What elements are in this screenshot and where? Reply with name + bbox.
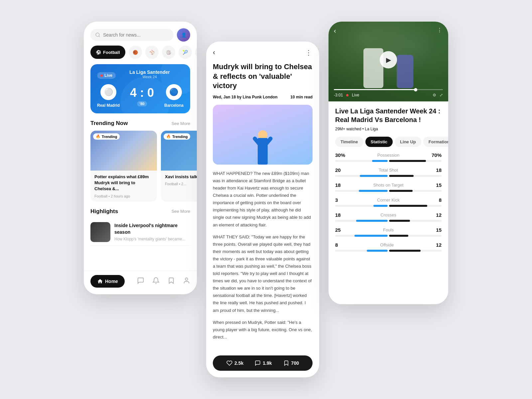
video-more-button[interactable]: ⋮ (437, 27, 443, 33)
tab-statistic[interactable]: Statistic (365, 137, 393, 147)
stat-left-6: 8 (335, 242, 338, 248)
article-paragraph-2: WHAT THEY SAID: "Today we are happy for … (213, 233, 313, 314)
heart-icon (226, 360, 232, 366)
category-volleyball[interactable]: 🏐 (162, 46, 175, 59)
category-basketball[interactable]: 🏀 (129, 46, 142, 59)
screen1-header: 👤 (84, 22, 197, 46)
video-back-button[interactable]: ‹ (334, 27, 336, 35)
nav-chat-icon[interactable] (137, 277, 144, 286)
stat-labels-4: 18 Crosses 12 (335, 212, 442, 218)
player-figure (213, 105, 313, 165)
stat-name-6: Offside (380, 242, 394, 247)
settings-icon[interactable]: ⚙ (433, 93, 436, 97)
video-control-icons: ⚙ ⤢ (433, 93, 443, 97)
phone-screen-1: 👤 ⚽ Football 🏀 ⚾ 🏐 🎾 ● (84, 22, 197, 294)
away-team-name: Barcelona (164, 103, 184, 108)
nav-bell-icon[interactable] (152, 277, 160, 286)
article-header: ‹ ⋮ (206, 42, 319, 57)
back-button[interactable]: ‹ (213, 48, 215, 57)
tab-lineup-label: Line Up (400, 139, 416, 144)
category-football[interactable]: ⚽ Football (90, 46, 125, 59)
away-team: 🔵 Barcelona (164, 84, 184, 108)
avatar[interactable]: 👤 (177, 28, 190, 42)
highlight-item-1[interactable]: Inside Liverpool's nightmare season How … (90, 219, 190, 246)
article-content: Mudryk will bring to Chelsea & reflects … (206, 57, 319, 351)
category-tennis[interactable]: 🎾 (179, 46, 192, 59)
category-more[interactable]: ● (195, 46, 197, 59)
nav-bookmark-icon[interactable] (168, 277, 175, 286)
tab-formation[interactable]: Formation (423, 137, 448, 147)
like-action[interactable]: 2.5k (226, 360, 243, 366)
stat-bar-left-1 (335, 175, 388, 177)
tab-timeline-label: Timeline (340, 139, 358, 144)
stat-bar-right-4 (389, 220, 442, 222)
tab-lineup[interactable]: Line Up (395, 137, 421, 147)
svg-point-0 (96, 33, 99, 37)
trending-item-1[interactable]: 🔥 Trending Potter explains what £89m Mud… (90, 131, 157, 201)
stat-bar-left-fill-6 (367, 250, 388, 252)
trending-badge-1: 🔥 Trending (93, 133, 120, 140)
tab-formation-label: Formation (429, 139, 448, 144)
article-read-time: 10 min read (290, 95, 313, 99)
comment-action[interactable]: 1.9k (255, 360, 272, 366)
stat-bar-left-fill-1 (360, 175, 388, 177)
nav-profile-icon[interactable] (183, 277, 190, 286)
tab-timeline[interactable]: Timeline (335, 137, 363, 147)
video-player[interactable]: ‹ ⋮ ▶ -3:01 Live ⚙ ⤢ (329, 22, 448, 101)
match-league: La Liga (365, 127, 378, 131)
stat-labels-5: 25 Fouls 15 (335, 227, 442, 233)
stat-bars-5 (335, 235, 442, 237)
category-baseball[interactable]: ⚾ (145, 46, 159, 59)
video-progress-bar[interactable] (334, 89, 443, 90)
fire-icon: 🔥 (96, 134, 100, 139)
highlight-thumb (90, 222, 110, 242)
bookmark-action[interactable]: 700 (283, 360, 299, 366)
trending-item-2[interactable]: 🔥 Trending Xavi insists talking up... Fo… (161, 131, 197, 201)
baseball-icon: ⚾ (149, 50, 155, 55)
search-bar[interactable] (90, 29, 174, 41)
highlights-see-more[interactable]: See More (172, 209, 190, 214)
search-input[interactable] (103, 32, 169, 38)
video-controls: -3:01 Live ⚙ ⤢ (329, 85, 448, 101)
fullscreen-icon[interactable]: ⤢ (440, 93, 443, 97)
category-football-label: Football (103, 50, 120, 55)
stat-bar-right-fill-6 (389, 250, 421, 252)
trending-see-more[interactable]: See More (172, 121, 190, 126)
stat-left-2: 18 (335, 182, 341, 188)
trending-meta-2: Football • 2... (165, 182, 197, 186)
stat-left-5: 25 (335, 227, 341, 233)
progress-fill (334, 89, 416, 90)
player-body (258, 138, 268, 165)
article-date-author: Wed, Jan 18 by Lina Punk London (213, 95, 277, 99)
stat-row-3: 3 Corner Kick 8 (335, 197, 442, 207)
live-match-card[interactable]: Live La Liga Santender Week 24 ⚪ Real Ma… (90, 64, 190, 113)
nav-home-button[interactable]: Home (90, 275, 125, 288)
tennis-icon: 🎾 (183, 50, 188, 55)
play-button[interactable]: ▶ (380, 51, 397, 68)
progress-thumb[interactable] (414, 88, 417, 91)
more-options-button[interactable]: ⋮ (305, 49, 313, 57)
live-label: Live (104, 73, 112, 78)
stat-bar-right-fill-0 (389, 160, 426, 162)
stat-bars-3 (335, 205, 442, 207)
home-team-logo: ⚪ (100, 84, 116, 100)
stat-bars-2 (335, 190, 442, 192)
match-row: ⚪ Real Madrid 4 : 0 '80 🔵 Barcelona (97, 84, 184, 108)
stat-bar-right-fill-1 (389, 175, 414, 177)
stat-bar-left-fill-2 (359, 190, 388, 192)
nav-home-label: Home (105, 279, 118, 284)
stat-bar-left-fill-3 (373, 205, 388, 207)
article-body: WHAT HAPPENED? The new £89m ($109m) man … (213, 170, 313, 341)
svg-point-2 (185, 278, 188, 280)
stat-bar-right-fill-4 (389, 220, 410, 222)
stat-right-1: 18 (436, 167, 442, 173)
live-indicator (100, 74, 103, 77)
article-hero-image (213, 105, 313, 165)
stat-row-1: 20 Total Shot 18 (335, 167, 442, 177)
article-action-bar: 2.5k 1.9k 700 (213, 355, 313, 371)
avatar-image: 👤 (177, 28, 190, 42)
volleyball-icon: 🏐 (166, 50, 171, 55)
category-list: ⚽ Football 🏀 ⚾ 🏐 🎾 ● (84, 46, 197, 64)
score-block: 4 : 0 '80 (130, 86, 154, 106)
trending-info-2: Xavi insists talking up... Football • 2.… (161, 171, 197, 189)
